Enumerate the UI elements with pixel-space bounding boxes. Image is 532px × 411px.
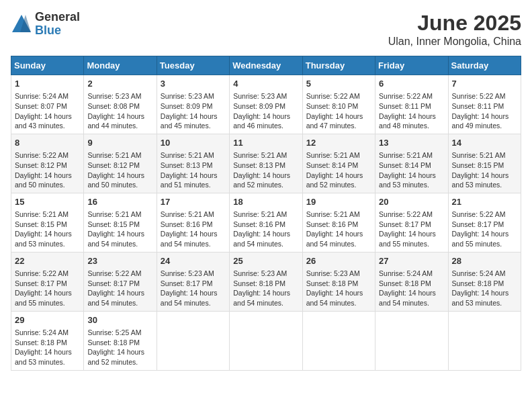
calendar-cell: 12Sunrise: 5:21 AMSunset: 8:14 PMDayligh… — [302, 134, 375, 193]
calendar-week-row: 22Sunrise: 5:22 AMSunset: 8:17 PMDayligh… — [11, 252, 521, 311]
calendar-cell: 28Sunrise: 5:24 AMSunset: 8:18 PMDayligh… — [448, 252, 521, 311]
day-number: 21 — [452, 196, 517, 208]
calendar-cell — [302, 311, 375, 370]
logo-blue-text: Blue — [35, 24, 80, 38]
calendar-cell: 10Sunrise: 5:21 AMSunset: 8:13 PMDayligh… — [157, 134, 229, 193]
day-number: 6 — [379, 78, 444, 90]
calendar-cell — [375, 311, 448, 370]
day-number: 23 — [87, 255, 152, 267]
calendar-cell: 25Sunrise: 5:23 AMSunset: 8:18 PMDayligh… — [230, 252, 302, 311]
logo: General Blue — [11, 11, 80, 38]
month-title: June 2025 — [388, 11, 521, 36]
day-number: 17 — [161, 196, 226, 208]
calendar-week-row: 29Sunrise: 5:24 AMSunset: 8:18 PMDayligh… — [11, 311, 521, 370]
calendar-cell: 14Sunrise: 5:21 AMSunset: 8:15 PMDayligh… — [448, 134, 521, 193]
title-area: June 2025 Ulan, Inner Mongolia, China — [388, 11, 521, 48]
calendar-table: SundayMondayTuesdayWednesdayThursdayFrid… — [11, 56, 521, 371]
calendar-cell: 2Sunrise: 5:23 AMSunset: 8:08 PMDaylight… — [84, 75, 157, 134]
calendar-cell: 17Sunrise: 5:21 AMSunset: 8:16 PMDayligh… — [157, 193, 229, 252]
day-number: 8 — [15, 137, 80, 149]
calendar-cell: 19Sunrise: 5:21 AMSunset: 8:16 PMDayligh… — [302, 193, 375, 252]
calendar-cell: 18Sunrise: 5:21 AMSunset: 8:16 PMDayligh… — [230, 193, 302, 252]
day-number: 29 — [15, 314, 80, 326]
calendar-cell: 8Sunrise: 5:22 AMSunset: 8:12 PMDaylight… — [11, 134, 84, 193]
calendar-week-row: 8Sunrise: 5:22 AMSunset: 8:12 PMDaylight… — [11, 134, 521, 193]
calendar-cell: 24Sunrise: 5:23 AMSunset: 8:17 PMDayligh… — [157, 252, 229, 311]
calendar-cell: 22Sunrise: 5:22 AMSunset: 8:17 PMDayligh… — [11, 252, 84, 311]
calendar-cell: 3Sunrise: 5:23 AMSunset: 8:09 PMDaylight… — [157, 75, 229, 134]
day-number: 25 — [233, 255, 298, 267]
calendar-cell: 27Sunrise: 5:24 AMSunset: 8:18 PMDayligh… — [375, 252, 448, 311]
day-number: 15 — [15, 196, 80, 208]
day-number: 12 — [306, 137, 371, 149]
calendar-cell: 13Sunrise: 5:21 AMSunset: 8:14 PMDayligh… — [375, 134, 448, 193]
day-number: 5 — [306, 78, 371, 90]
calendar-cell: 21Sunrise: 5:22 AMSunset: 8:17 PMDayligh… — [448, 193, 521, 252]
col-header-tuesday: Tuesday — [157, 56, 229, 75]
calendar-cell: 16Sunrise: 5:21 AMSunset: 8:15 PMDayligh… — [84, 193, 157, 252]
day-number: 26 — [306, 255, 371, 267]
page-header: General Blue June 2025 Ulan, Inner Mongo… — [11, 11, 521, 48]
calendar-week-row: 15Sunrise: 5:21 AMSunset: 8:15 PMDayligh… — [11, 193, 521, 252]
calendar-cell: 29Sunrise: 5:24 AMSunset: 8:18 PMDayligh… — [11, 311, 84, 370]
col-header-sunday: Sunday — [11, 56, 84, 75]
calendar-week-row: 1Sunrise: 5:24 AMSunset: 8:07 PMDaylight… — [11, 75, 521, 134]
day-number: 19 — [306, 196, 371, 208]
col-header-wednesday: Wednesday — [230, 56, 302, 75]
day-number: 20 — [379, 196, 444, 208]
calendar-cell: 7Sunrise: 5:22 AMSunset: 8:11 PMDaylight… — [448, 75, 521, 134]
day-number: 4 — [233, 78, 298, 90]
logo-icon — [11, 13, 32, 35]
day-number: 14 — [452, 137, 517, 149]
col-header-friday: Friday — [375, 56, 448, 75]
day-number: 1 — [15, 78, 80, 90]
calendar-cell: 15Sunrise: 5:21 AMSunset: 8:15 PMDayligh… — [11, 193, 84, 252]
logo-general-text: General — [35, 11, 80, 24]
day-number: 2 — [87, 78, 152, 90]
col-header-thursday: Thursday — [302, 56, 375, 75]
day-number: 7 — [452, 78, 517, 90]
calendar-cell: 5Sunrise: 5:22 AMSunset: 8:10 PMDaylight… — [302, 75, 375, 134]
calendar-cell: 6Sunrise: 5:22 AMSunset: 8:11 PMDaylight… — [375, 75, 448, 134]
day-number: 11 — [233, 137, 298, 149]
calendar-cell: 4Sunrise: 5:23 AMSunset: 8:09 PMDaylight… — [230, 75, 302, 134]
day-number: 22 — [15, 255, 80, 267]
calendar-cell: 9Sunrise: 5:21 AMSunset: 8:12 PMDaylight… — [84, 134, 157, 193]
day-number: 16 — [87, 196, 152, 208]
location-title: Ulan, Inner Mongolia, China — [388, 36, 521, 48]
calendar-cell: 26Sunrise: 5:23 AMSunset: 8:18 PMDayligh… — [302, 252, 375, 311]
day-number: 30 — [87, 314, 152, 326]
day-number: 24 — [161, 255, 226, 267]
calendar-cell: 20Sunrise: 5:22 AMSunset: 8:17 PMDayligh… — [375, 193, 448, 252]
calendar-cell — [448, 311, 521, 370]
day-number: 13 — [379, 137, 444, 149]
calendar-cell: 11Sunrise: 5:21 AMSunset: 8:13 PMDayligh… — [230, 134, 302, 193]
day-number: 18 — [233, 196, 298, 208]
day-number: 27 — [379, 255, 444, 267]
day-number: 28 — [452, 255, 517, 267]
day-number: 9 — [87, 137, 152, 149]
calendar-cell — [157, 311, 229, 370]
calendar-cell: 23Sunrise: 5:22 AMSunset: 8:17 PMDayligh… — [84, 252, 157, 311]
col-header-saturday: Saturday — [448, 56, 521, 75]
col-header-monday: Monday — [84, 56, 157, 75]
calendar-cell: 30Sunrise: 5:25 AMSunset: 8:18 PMDayligh… — [84, 311, 157, 370]
calendar-cell: 1Sunrise: 5:24 AMSunset: 8:07 PMDaylight… — [11, 75, 84, 134]
day-number: 3 — [161, 78, 226, 90]
calendar-cell — [230, 311, 302, 370]
day-number: 10 — [161, 137, 226, 149]
calendar-header-row: SundayMondayTuesdayWednesdayThursdayFrid… — [11, 56, 521, 75]
